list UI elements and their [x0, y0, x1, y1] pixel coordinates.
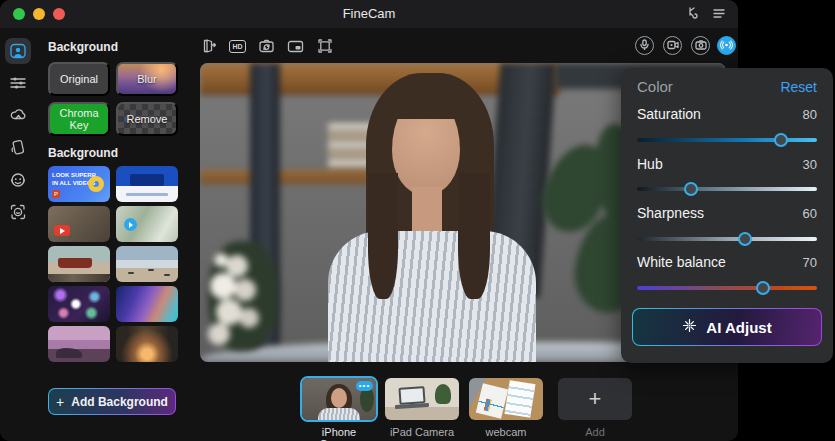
background-thumbnail-website-page[interactable] — [116, 166, 178, 202]
camera-label-webcam: webcam — [469, 426, 543, 438]
sidebar — [0, 28, 36, 441]
sidebar-item-device[interactable] — [5, 134, 31, 160]
background-thumbnail-forest-light[interactable] — [116, 326, 178, 362]
background-section-title: Background — [48, 40, 118, 54]
titlebar: FineCam — [0, 0, 738, 28]
background-mode-chroma-key[interactable]: Chroma Key — [48, 102, 110, 136]
photo-camera-icon — [695, 38, 707, 53]
reset-link[interactable]: Reset — [780, 79, 817, 95]
person-card-icon — [9, 42, 27, 60]
background-thumbnail-color-gradient[interactable] — [116, 286, 178, 322]
hub-label: Hub — [637, 156, 663, 172]
screenshot-stage: FineCam — [0, 0, 835, 441]
add-camera-tile[interactable]: + — [558, 378, 632, 420]
face-scan-icon — [9, 203, 27, 221]
microphone-icon — [639, 38, 650, 53]
sharpness-label: Sharpness — [637, 205, 704, 221]
preview-toolbar: HD — [200, 36, 333, 56]
color-panel-title: Color — [637, 78, 673, 95]
sharpness-slider-thumb[interactable] — [738, 232, 752, 246]
background-mode-remove[interactable]: Remove — [116, 102, 178, 136]
powerpoint-icon: P — [52, 190, 60, 198]
sidebar-item-face-tracking[interactable] — [5, 199, 31, 225]
camera-tile-iphone[interactable]: ••• — [302, 378, 376, 420]
plus-icon: + — [56, 394, 64, 410]
color-panel: Color Reset Saturation 80 Hub 30 Sharpne… — [621, 68, 833, 363]
white-balance-slider-thumb[interactable] — [756, 281, 770, 295]
camera-label-iphone: iPhone Camera — [302, 426, 376, 441]
background-thumbnail-beach-boats[interactable] — [116, 246, 178, 282]
crop-icon[interactable] — [316, 38, 333, 55]
microphone-button[interactable] — [635, 36, 654, 55]
background-thumbnail-room-youtube-video[interactable] — [48, 206, 110, 242]
hub-value: 30 — [803, 157, 817, 172]
sidebar-item-effects[interactable] — [5, 102, 31, 128]
hub-slider[interactable] — [637, 182, 817, 196]
camera-tile-ipad[interactable] — [385, 378, 459, 420]
sidebar-item-avatar[interactable] — [5, 167, 31, 193]
flip-icon[interactable] — [200, 38, 217, 55]
white-balance-slider[interactable] — [637, 281, 817, 295]
camera-tile-webcam[interactable] — [469, 378, 543, 420]
background-thumbnail-sunset-rocks[interactable] — [48, 326, 110, 362]
broadcast-icon — [720, 38, 733, 53]
cloud-effect-icon — [9, 106, 27, 124]
background-list-title: Background — [48, 146, 118, 160]
menu-icon[interactable] — [712, 7, 726, 19]
sparkle-icon — [682, 318, 697, 336]
more-options-badge[interactable]: ••• — [356, 381, 373, 391]
saturation-label: Saturation — [637, 106, 701, 122]
background-mode-blur[interactable]: Blur — [116, 62, 178, 96]
background-thumbnail-shipwreck-beach[interactable] — [48, 246, 110, 282]
saturation-value: 80 — [803, 107, 817, 122]
play-icon — [124, 218, 137, 231]
broadcast-button[interactable] — [717, 36, 736, 55]
youtube-play-icon — [54, 225, 70, 236]
camera-label-add: Add — [558, 426, 632, 438]
window-title: FineCam — [0, 6, 738, 21]
phone-icon — [9, 138, 27, 156]
sidebar-item-adjustments[interactable] — [5, 70, 31, 96]
face-headset-icon — [9, 171, 27, 189]
background-thumbnail-bokeh-lights[interactable] — [48, 286, 110, 322]
sharpness-value: 60 — [803, 206, 817, 221]
plus-icon: + — [589, 386, 602, 412]
record-video-button[interactable] — [663, 36, 682, 55]
background-mode-original[interactable]: Original — [48, 62, 110, 96]
camera-label-ipad: iPad Camera — [385, 426, 459, 438]
white-balance-label: White balance — [637, 254, 726, 270]
background-thumbnail-powerpoint-promo[interactable]: LOOK SUPERB IN ALL VIDEOS P — [48, 166, 110, 202]
rotate-camera-icon[interactable] — [258, 38, 275, 55]
ai-adjust-button[interactable]: AI Adjust — [632, 308, 822, 346]
pip-icon[interactable] — [287, 38, 304, 55]
snapshot-button[interactable] — [691, 36, 710, 55]
white-balance-value: 70 — [803, 255, 817, 270]
saturation-slider[interactable] — [637, 133, 817, 147]
cotton-flowers — [214, 253, 228, 267]
sliders-icon — [9, 74, 27, 92]
video-camera-icon — [667, 38, 679, 53]
background-thumbnail-plant-video[interactable] — [116, 206, 178, 242]
hotkey-icon[interactable] — [686, 6, 700, 20]
hub-slider-thumb[interactable] — [684, 182, 698, 196]
donut-shape — [88, 176, 104, 192]
add-background-button[interactable]: + Add Background — [48, 388, 176, 415]
sidebar-item-virtual-camera[interactable] — [5, 38, 31, 64]
saturation-slider-thumb[interactable] — [774, 133, 788, 147]
hd-icon[interactable]: HD — [229, 38, 246, 55]
sharpness-slider[interactable] — [637, 232, 817, 246]
